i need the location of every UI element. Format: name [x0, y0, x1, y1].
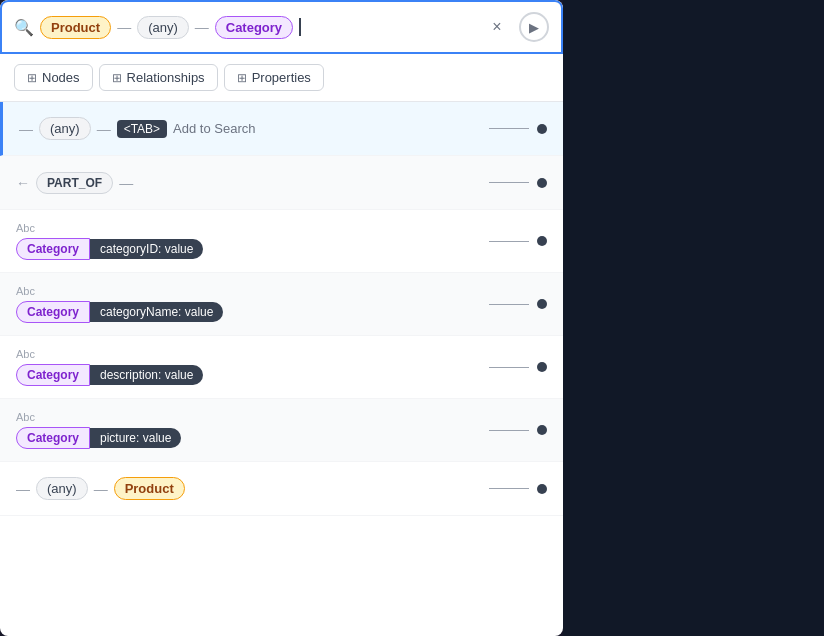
token-any: (any) [36, 477, 88, 500]
list-item[interactable]: Abc Category categoryID: value [0, 210, 563, 273]
result-tokens: — (any) — <TAB> Add to Search [19, 117, 489, 140]
add-to-search-label: Add to Search [173, 121, 255, 136]
relationships-icon: ⊞ [112, 71, 122, 85]
list-item[interactable]: — (any) — <TAB> Add to Search [0, 102, 563, 156]
connector-line [489, 367, 529, 368]
search-actions: × ▶ [483, 12, 549, 42]
result-content: Abc Category picture: value [16, 411, 489, 449]
prop-field: categoryName: value [90, 302, 223, 322]
dot-line [489, 362, 547, 372]
search-bar: 🔍 Product — (any) — Category × ▶ [0, 0, 563, 54]
prop-badge: Category categoryName: value [16, 301, 223, 323]
result-tokens: ← PART_OF — [16, 172, 489, 194]
tab-nodes-label: Nodes [42, 70, 80, 85]
dot-line [489, 178, 547, 188]
result-content: Abc Category description: value [16, 348, 489, 386]
list-item[interactable]: Abc Category picture: value [0, 399, 563, 462]
token-product[interactable]: Product [40, 16, 111, 39]
search-icon: 🔍 [14, 18, 34, 37]
abc-label: Abc [16, 222, 489, 234]
prop-field: categoryID: value [90, 239, 203, 259]
result-content: Abc Category categoryID: value [16, 222, 489, 260]
abc-label: Abc [16, 348, 489, 360]
tab-properties-label: Properties [252, 70, 311, 85]
result-content: Abc Category categoryName: value [16, 285, 489, 323]
token-any-hint: (any) [39, 117, 91, 140]
connector-line [489, 430, 529, 431]
list-item[interactable]: — (any) — Product [0, 462, 563, 516]
dash: — [97, 121, 111, 137]
dash-1: — [117, 19, 131, 35]
dot-line [489, 124, 547, 134]
tab-properties[interactable]: ⊞ Properties [224, 64, 324, 91]
results-list: — (any) — <TAB> Add to Search ← PART_OF … [0, 102, 563, 636]
dash: — [94, 481, 108, 497]
token-product: Product [114, 477, 185, 500]
token-any[interactable]: (any) [137, 16, 189, 39]
properties-icon: ⊞ [237, 71, 247, 85]
prop-field: description: value [90, 365, 203, 385]
right-panel [563, 0, 824, 636]
dash: — [119, 175, 133, 191]
dot-line [489, 484, 547, 494]
prop-cat: Category [16, 427, 90, 449]
arrow-left: ← [16, 175, 30, 191]
dot [537, 362, 547, 372]
dot-line [489, 299, 547, 309]
result-tokens: — (any) — Product [16, 477, 489, 500]
prop-badge: Category categoryID: value [16, 238, 203, 260]
dot [537, 484, 547, 494]
result-content: ← PART_OF — [16, 172, 489, 194]
connector-line [489, 488, 529, 489]
result-tokens: Category categoryID: value [16, 238, 489, 260]
dot [537, 425, 547, 435]
dash-2: — [195, 19, 209, 35]
part-of-label: PART_OF [36, 172, 113, 194]
clear-button[interactable]: × [483, 13, 511, 41]
run-button[interactable]: ▶ [519, 12, 549, 42]
prop-field: picture: value [90, 428, 181, 448]
tabs-bar: ⊞ Nodes ⊞ Relationships ⊞ Properties [0, 54, 563, 102]
prop-badge: Category picture: value [16, 427, 181, 449]
dash: — [19, 121, 33, 137]
search-panel: 🔍 Product — (any) — Category × ▶ ⊞ Nodes… [0, 0, 563, 636]
dot [537, 124, 547, 134]
prop-badge: Category description: value [16, 364, 203, 386]
connector-line [489, 128, 529, 129]
prop-cat: Category [16, 238, 90, 260]
result-tokens: Category description: value [16, 364, 489, 386]
nodes-icon: ⊞ [27, 71, 37, 85]
list-item[interactable]: ← PART_OF — [0, 156, 563, 210]
abc-label: Abc [16, 411, 489, 423]
dot [537, 236, 547, 246]
abc-label: Abc [16, 285, 489, 297]
list-item[interactable]: Abc Category categoryName: value [0, 273, 563, 336]
tab-hint: <TAB> [117, 120, 167, 138]
prop-cat: Category [16, 301, 90, 323]
connector-line [489, 241, 529, 242]
dot [537, 299, 547, 309]
dot-line [489, 425, 547, 435]
dash: — [16, 481, 30, 497]
result-tokens: Category picture: value [16, 427, 489, 449]
tab-relationships-label: Relationships [127, 70, 205, 85]
connector-line [489, 304, 529, 305]
tab-relationships[interactable]: ⊞ Relationships [99, 64, 218, 91]
dot [537, 178, 547, 188]
tab-nodes[interactable]: ⊞ Nodes [14, 64, 93, 91]
dot-line [489, 236, 547, 246]
text-cursor [299, 18, 301, 36]
result-content: — (any) — Product [16, 477, 489, 500]
result-content: — (any) — <TAB> Add to Search [19, 117, 489, 140]
prop-cat: Category [16, 364, 90, 386]
list-item[interactable]: Abc Category description: value [0, 336, 563, 399]
result-tokens: Category categoryName: value [16, 301, 489, 323]
token-category[interactable]: Category [215, 16, 293, 39]
connector-line [489, 182, 529, 183]
